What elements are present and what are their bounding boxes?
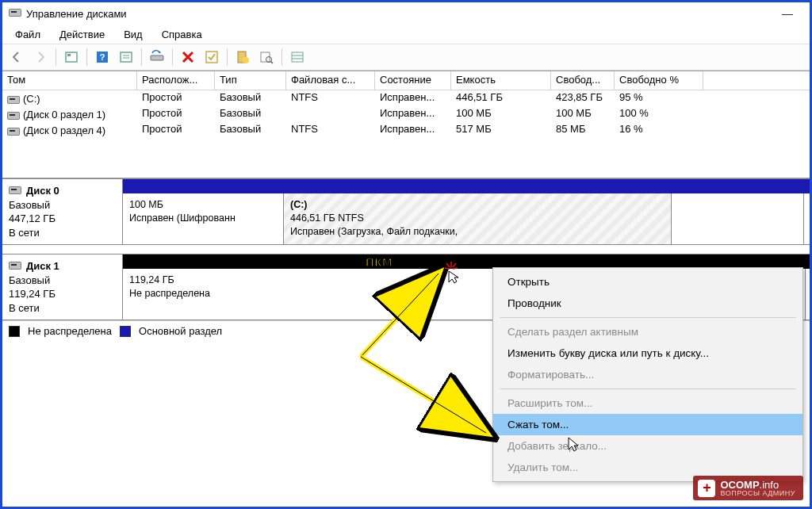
new-button[interactable] [232,46,254,68]
context-separator [500,317,796,318]
delete-button[interactable] [177,46,199,68]
context-item: Добавить зеркало... [493,435,802,457]
vol-capacity: 100 МБ [451,106,551,122]
volume-row[interactable]: (Диск 0 раздел 4)ПростойБазовыйNTFSИспра… [2,122,810,138]
svg-line-32 [453,263,456,267]
vol-free: 423,85 ГБ [551,90,615,106]
svg-rect-27 [11,189,17,190]
disk-icon [9,184,21,198]
disk-icon [7,94,20,102]
context-item: Расширить том... [493,392,802,414]
disk-size: 119,24 ГБ [9,287,116,301]
partition[interactable]: (C:)446,51 ГБ NTFSИсправен (Загрузка, Фа… [283,193,672,244]
vol-fs: NTFS [286,90,375,106]
disk-info[interactable]: Диск 1Базовый119,24 ГБВ сети [2,254,123,320]
svg-point-15 [266,57,272,63]
disk-color-bar [123,179,810,193]
svg-rect-25 [10,130,15,132]
disk-status: В сети [9,301,116,316]
col-fs[interactable]: Файловая с... [286,71,375,90]
menu-view[interactable]: Вид [116,26,151,43]
menu-bar: Файл Действие Вид Справка [2,25,810,44]
nav-forward-button[interactable] [29,46,52,68]
refresh-button[interactable] [146,46,168,68]
app-icon [9,8,21,19]
vol-capacity: 446,51 ГБ [451,90,551,106]
col-capacity[interactable]: Емкость [451,71,551,90]
annotation-label: ПКМ [366,255,393,269]
legend-primary-label: Основной раздел [139,325,222,337]
svg-line-31 [446,263,450,267]
window-title: Управление дисками [26,8,127,20]
partition-size: 446,51 ГБ NTFS [290,212,665,225]
partition[interactable]: 100 МБИсправен (Шифрованн [122,193,284,244]
partition[interactable] [671,193,804,244]
disk-size: 447,12 ГБ [9,212,116,226]
context-item: Удалить том... [493,457,802,478]
svg-rect-2 [66,52,77,62]
vol-layout: Простой [137,90,215,106]
volume-row[interactable]: (Диск 0 раздел 1)ПростойБазовыйИсправен.… [2,106,810,122]
disk-info[interactable]: Диск 0Базовый447,12 ГБВ сети [2,179,123,244]
vol-name: (Диск 0 раздел 4) [23,124,105,136]
vol-status: Исправен... [375,106,451,122]
vol-layout: Простой [137,122,215,138]
disk-type: Базовый [9,198,116,212]
volume-row[interactable]: (C:)ПростойБазовыйNTFSИсправен...446,51 … [2,90,810,106]
vol-capacity: 517 МБ [451,122,551,138]
partition-size: 100 МБ [129,198,277,212]
col-status[interactable]: Состояние [375,71,451,90]
disk-icon [9,259,21,274]
context-item[interactable]: Сжать том... [493,414,802,435]
vol-status: Исправен... [375,90,451,106]
list-view-button[interactable] [286,46,308,68]
legend-swatch-unallocated [9,326,20,337]
disk-icon [7,110,20,118]
toolbar-console-button[interactable] [60,46,82,68]
context-separator [500,388,796,389]
context-item[interactable]: Изменить букву диска или путь к диску... [493,343,802,364]
legend-swatch-primary [120,326,131,337]
check-button[interactable] [201,46,223,68]
menu-action[interactable]: Действие [52,26,113,43]
col-volume[interactable]: Том [2,71,137,90]
search-button[interactable] [255,46,278,68]
col-layout[interactable]: Располож... [137,71,215,90]
disk-name: Диск 1 [26,259,59,274]
vol-pct: 100 % [615,106,703,122]
vol-fs [286,106,375,122]
vol-fs: NTFS [286,122,375,138]
disk-name: Диск 0 [26,184,59,198]
vol-name: (Диск 0 раздел 1) [23,109,105,121]
legend-unallocated-label: Не распределена [28,325,112,337]
vol-name: (C:) [23,93,40,105]
svg-rect-1 [11,11,17,13]
disk-block: Диск 0Базовый447,12 ГБВ сети100 МБИсправ… [2,179,810,245]
minimize-button[interactable]: — [772,2,803,25]
col-free[interactable]: Свобод... [551,71,615,90]
vol-type: Базовый [215,122,286,138]
svg-line-16 [271,62,274,64]
context-item[interactable]: Открыть [493,271,802,293]
context-item[interactable]: Проводник [493,293,802,314]
svg-point-13 [243,57,249,63]
partition-status: Исправен (Загрузка, Файл подкачки, [290,225,665,239]
toolbar: ? [2,44,810,71]
toolbar-props-button[interactable] [115,46,137,68]
vol-pct: 16 % [615,122,703,138]
context-menu[interactable]: ОткрытьПроводникСделать раздел активнымИ… [492,267,803,482]
nav-back-button[interactable] [6,46,28,68]
menu-file[interactable]: Файл [7,26,48,43]
title-bar: Управление дисками — [2,2,810,25]
cursor-icon [567,437,580,455]
vol-type: Базовый [215,106,286,122]
help-button[interactable]: ? [91,46,113,68]
menu-help[interactable]: Справка [154,26,210,43]
col-pct[interactable]: Свободно % [615,71,703,90]
vol-free: 85 МБ [551,122,615,138]
svg-rect-23 [10,114,15,116]
volume-table-header: Том Располож... Тип Файловая с... Состоя… [2,71,810,90]
partition-label: (C:) [290,198,665,212]
click-indicator-icon [442,260,461,286]
col-type[interactable]: Тип [215,71,286,90]
